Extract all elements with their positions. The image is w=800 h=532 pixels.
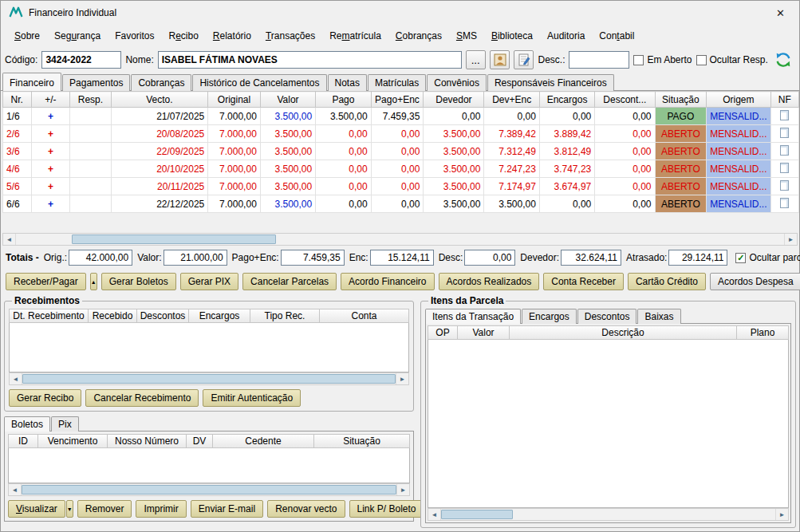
finance-row-6[interactable]: 6/6+22/12/20257.000,003.500,000,000,003.… (3, 195, 799, 213)
grid-cell[interactable]: 7.459,35 (371, 108, 424, 125)
acordos-realizados-button[interactable]: Acordos Realizados (439, 273, 540, 290)
grid-cell[interactable] (70, 125, 111, 143)
grid-cell[interactable]: 0,00 (316, 195, 371, 213)
col-plano[interactable]: Plano (736, 325, 789, 340)
em-aberto-box[interactable] (633, 55, 644, 65)
grid-cell[interactable]: 3.500,00 (424, 125, 484, 143)
grid-cell[interactable]: 3.812,49 (539, 143, 594, 160)
ocultar-rc-box[interactable]: ✓ (735, 253, 746, 263)
grid-col-pago-enc[interactable]: Pago+Enc (371, 92, 424, 108)
grid-cell[interactable]: 7.000,00 (208, 125, 261, 143)
grid-cell[interactable]: 7.000,00 (208, 160, 261, 178)
grid-cell[interactable]: + (31, 195, 70, 213)
grid-cell[interactable] (70, 143, 111, 160)
grid-cell[interactable]: + (31, 125, 70, 143)
grid-cell[interactable]: + (31, 108, 70, 125)
grid-cell[interactable]: + (31, 178, 70, 195)
finance-row-1[interactable]: 1/6+21/07/20257.000,003.500,003.500,007.… (3, 108, 799, 125)
itens-tab-descontos[interactable]: Descontos (577, 309, 637, 324)
grid-col-pago[interactable]: Pago (316, 92, 371, 108)
nome-input[interactable] (158, 51, 462, 69)
col-valor[interactable]: Valor (457, 325, 510, 340)
student-photo-icon[interactable] (490, 50, 510, 69)
grid-cell[interactable]: 6/6 (3, 195, 32, 213)
finance-row-5[interactable]: 5/6+20/11/20257.000,003.500,000,000,003.… (3, 178, 799, 195)
grid-col-original[interactable]: Original (208, 92, 261, 108)
grid-cell[interactable]: 3.889,42 (539, 125, 594, 143)
recebimentos-hscrollbar[interactable]: ◄ ► (9, 372, 409, 385)
col-descricao[interactable]: Descrição (509, 325, 737, 340)
scroll-right-icon[interactable]: ► (775, 509, 788, 520)
grid-cell[interactable]: 3.500,00 (260, 108, 315, 125)
menu-item-sms[interactable]: SMS (449, 26, 484, 45)
grid-col-situacao[interactable]: Situação (655, 92, 707, 108)
grid-cell[interactable]: 22/12/2025 (111, 195, 208, 213)
grid-cell[interactable]: 3.500,00 (424, 178, 484, 195)
grid-cell[interactable]: 0,00 (371, 195, 424, 213)
grid-col-valor[interactable]: Valor (260, 92, 315, 108)
col-descontos[interactable]: Descontos (136, 309, 189, 323)
status-badge[interactable]: PAGO (655, 108, 707, 125)
origem-cell[interactable]: MENSALID... (707, 143, 770, 160)
grid-col-descont[interactable]: Descont... (595, 92, 655, 108)
menu-item-recibo[interactable]: Recibo (161, 26, 205, 45)
nf-doc-icon[interactable] (780, 145, 789, 156)
status-badge[interactable]: ABERTO (655, 143, 707, 160)
grid-cell[interactable]: 7.389,42 (484, 125, 539, 143)
total-devedor-value[interactable] (561, 250, 621, 266)
grid-cell[interactable]: 7.000,00 (208, 143, 261, 160)
grid-cell[interactable]: 3.500,00 (424, 195, 484, 213)
grid-cell[interactable]: 0,00 (424, 108, 484, 125)
col-conta[interactable]: Conta (319, 309, 409, 323)
tab-pagamentos[interactable]: Pagamentos (62, 74, 130, 91)
menu-item-biblioteca[interactable]: Biblioteca (484, 26, 540, 45)
acordos-despesa-button[interactable]: Acordos Despesa (710, 273, 800, 290)
menu-item-cobrancas[interactable]: Cobranças (388, 26, 449, 45)
grid-cell[interactable]: 7.312,49 (484, 143, 539, 160)
edit-notes-icon[interactable] (514, 50, 534, 69)
emitir-autenticacao-button[interactable]: Emitir Autenticação (203, 389, 301, 407)
grid-col-dev-enc[interactable]: Dev+Enc (484, 92, 539, 108)
grid-cell[interactable]: 3.500,00 (260, 143, 315, 160)
grid-cell[interactable]: 0,00 (595, 108, 655, 125)
col-vencimento[interactable]: Vencimento (37, 434, 108, 448)
grid-cell[interactable]: 3.500,00 (260, 125, 315, 143)
status-badge[interactable]: ABERTO (655, 160, 707, 178)
link-p-boleto-button[interactable]: Link P/ Boleto (349, 500, 424, 518)
acordo-financeiro-button[interactable]: Acordo Financeiro (341, 273, 434, 290)
boletos-hscroll-thumb[interactable] (22, 485, 396, 495)
nf-doc-icon[interactable] (780, 128, 789, 138)
grid-hscroll-thumb[interactable] (72, 234, 276, 244)
renovar-vecto-button[interactable]: Renovar vecto (267, 500, 345, 518)
grid-cell[interactable] (770, 160, 798, 178)
total-desc-value[interactable] (464, 250, 515, 266)
scroll-right-icon[interactable]: ► (784, 234, 797, 245)
grid-cell[interactable]: 3.500,00 (316, 108, 371, 125)
col-recebido[interactable]: Recebido (88, 309, 137, 323)
menu-item-relatorio[interactable]: Relatório (206, 26, 258, 45)
menu-item-auditoria[interactable]: Auditoria (540, 26, 592, 45)
close-icon[interactable]: ✕ (770, 6, 791, 21)
menu-item-favoritos[interactable]: Favoritos (108, 26, 161, 45)
grid-cell[interactable]: 3.500,00 (260, 178, 315, 195)
grid-cell[interactable] (770, 143, 798, 160)
grid-cell[interactable]: 0,00 (595, 160, 655, 178)
finance-row-4[interactable]: 4/6+20/10/20257.000,003.500,000,000,003.… (3, 160, 799, 178)
grid-cell[interactable]: 20/10/2025 (111, 160, 208, 178)
col-cedente[interactable]: Cedente (212, 434, 314, 448)
nf-doc-icon[interactable] (780, 180, 789, 191)
grid-cell[interactable]: 0,00 (316, 125, 371, 143)
boletos-hscrollbar[interactable]: ◄ ► (8, 483, 410, 496)
ocultar-resp-box[interactable] (696, 55, 707, 65)
col-encargos[interactable]: Encargos (188, 309, 250, 323)
nf-doc-icon[interactable] (780, 110, 789, 120)
grid-cell[interactable]: 7.000,00 (208, 178, 261, 195)
scroll-right-icon[interactable]: ► (396, 373, 408, 384)
gerar-recibo-button[interactable]: Gerar Recibo (9, 389, 81, 407)
conta-receber-button[interactable]: Conta Receber (543, 273, 624, 290)
status-badge[interactable]: ABERTO (655, 195, 707, 213)
col-id[interactable]: ID (8, 434, 38, 448)
menu-item-rematricula[interactable]: Rematrícula (322, 26, 388, 45)
grid-cell[interactable]: 3.500,00 (484, 195, 539, 213)
grid-cell[interactable] (70, 160, 111, 178)
